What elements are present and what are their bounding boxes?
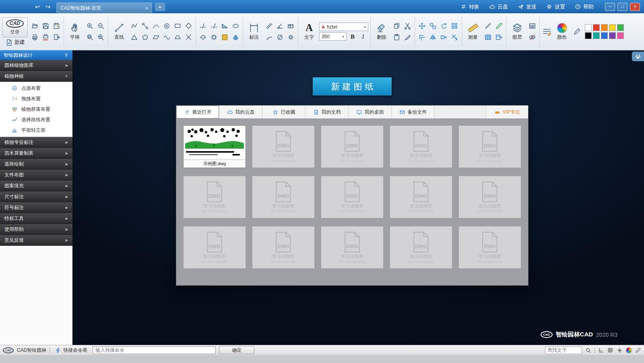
sidebar-item-feedback[interactable]: 意见反馈▶ (0, 235, 72, 246)
file-card-sample[interactable]: 示例图.dwg (184, 126, 246, 168)
layer-tool[interactable]: 图层 (508, 15, 526, 49)
text-size-select[interactable]: 350 ▾ (319, 32, 347, 41)
new-tab-button[interactable]: + (155, 3, 165, 11)
hatch-icon[interactable] (221, 33, 229, 41)
tab-close-icon[interactable]: × (145, 5, 148, 11)
sidebar-item-plant-library[interactable]: 园林植物图库 ▶ (0, 60, 72, 71)
tab-my-desktop[interactable]: 我的桌面 (349, 106, 392, 118)
dimension-tool[interactable]: 标注 (245, 15, 263, 49)
paste-icon[interactable] (393, 33, 400, 41)
sidebar-item-plant-annotation[interactable]: 植物专业标注▶ (0, 137, 72, 148)
sidebar-item-plant-schedule[interactable]: 苗木算量制表▶ (0, 148, 72, 159)
copy-object-icon[interactable] (429, 22, 437, 30)
pin-icon[interactable] (64, 53, 69, 58)
help-button[interactable]: ? 帮助 (570, 0, 599, 13)
ellipse-icon[interactable] (232, 22, 239, 30)
dash-dot-line-icon[interactable] (210, 22, 218, 30)
spline-icon[interactable] (152, 22, 160, 30)
circle-center-icon[interactable] (163, 22, 171, 30)
pen-icon[interactable] (635, 347, 641, 353)
dash-line-icon[interactable] (199, 22, 207, 30)
line-tool[interactable]: 直线 (110, 15, 128, 49)
document-tab[interactable]: CAD智绘园林-首页 × (56, 2, 152, 13)
save-icon[interactable] (42, 22, 50, 30)
aligned-dim-icon[interactable] (265, 22, 273, 30)
trapezoid-icon[interactable] (174, 33, 182, 41)
send-button[interactable]: 发送 (513, 0, 541, 13)
polyline-icon[interactable] (130, 22, 138, 30)
file-card-empty[interactable]: DWG 暂无缩微图 No thumbnails (184, 176, 246, 218)
dim-settings-icon[interactable] (287, 33, 295, 41)
export-table-icon[interactable] (495, 33, 503, 41)
ortho-angle-icon[interactable] (598, 347, 604, 353)
sidebar-item-road-drawing[interactable]: 道路绘制▶ (0, 159, 72, 170)
table-icon[interactable] (484, 33, 492, 41)
pan-tool[interactable]: 平移 (66, 15, 84, 49)
color-swatch[interactable] (601, 32, 608, 39)
search-input[interactable] (545, 346, 582, 354)
zoom-window-icon[interactable] (86, 33, 94, 41)
rotated-rect-icon[interactable] (185, 22, 192, 30)
triangle-icon[interactable] (130, 33, 138, 41)
tab-vip-zone[interactable]: VIP专区 (486, 106, 528, 118)
sidebar-item-dimension[interactable]: 尺寸标注▶ (0, 191, 72, 202)
maximize-button[interactable]: □ (617, 3, 627, 11)
submenu-item-plan-to-elevation[interactable]: 平面转立面 (0, 125, 72, 135)
file-card-empty[interactable]: DWG 暂无缩微图 No thumbnails (459, 126, 521, 168)
array-icon[interactable] (451, 22, 458, 30)
command-input[interactable] (93, 346, 216, 354)
sidebar-item-plant-planting[interactable]: 植物种植 ▼ (0, 71, 72, 82)
file-card-empty[interactable]: DWG 暂无缩微图 No thumbnails (184, 226, 246, 268)
parallelogram-icon[interactable] (152, 33, 160, 41)
submenu-item-cluster-place[interactable]: 植物群落布置 (0, 104, 72, 114)
point-array-icon[interactable] (199, 33, 207, 41)
file-card-empty[interactable]: DWG 暂无缩微图 No thumbnails (321, 126, 383, 168)
layer-list-icon[interactable] (528, 22, 536, 30)
submenu-item-route-place[interactable]: 选择路线布置 (0, 114, 72, 125)
convert-button[interactable]: 转换 (456, 0, 484, 13)
quick-command-button[interactable]: 快捷命令表 (53, 347, 89, 354)
sidebar-item-pattern-fill[interactable]: 图案填充▶ (0, 180, 72, 191)
stretch-icon[interactable] (440, 33, 448, 41)
move-icon[interactable] (418, 22, 426, 30)
wave-icon[interactable] (163, 33, 171, 41)
new-drawing-button[interactable]: 新建图纸 (313, 77, 392, 95)
italic-button[interactable]: I (359, 32, 367, 41)
corner-widget[interactable] (632, 52, 644, 61)
export-icon[interactable] (53, 33, 60, 41)
color-mode-icon[interactable] (626, 347, 632, 353)
file-card-empty[interactable]: DWG 暂无缩微图 No thumbnails (321, 176, 383, 218)
file-card-empty[interactable]: DWG 暂无缩微图 No thumbnails (459, 226, 521, 268)
pdf-print-icon[interactable]: PDF (42, 33, 50, 41)
match-properties-icon[interactable] (404, 33, 411, 41)
color-swatch[interactable] (593, 24, 600, 31)
tab-my-cloud[interactable]: 我的云盘 (219, 106, 262, 118)
scale-measure-icon[interactable] (484, 22, 492, 30)
print-icon[interactable] (31, 33, 39, 41)
zoom-extents-icon[interactable] (97, 33, 105, 41)
font-select[interactable]: A hztxt ▾ (319, 23, 368, 31)
copy-icon[interactable] (393, 22, 400, 30)
cross-lines-icon[interactable] (185, 33, 192, 41)
zoom-in-icon[interactable] (86, 22, 94, 30)
grid-dim-icon[interactable] (287, 22, 295, 30)
rectangle-icon[interactable] (174, 22, 182, 30)
measure-tool[interactable]: 测量 (464, 15, 482, 49)
zoom-out-icon[interactable] (97, 22, 105, 30)
pen-icon[interactable] (573, 28, 581, 35)
color-swatch[interactable] (617, 32, 624, 39)
text-tool[interactable]: A 文字 (300, 15, 318, 49)
file-card-empty[interactable]: DWG 暂无缩微图 No thumbnails (252, 226, 314, 268)
color-swatch[interactable] (585, 32, 592, 39)
trim-icon[interactable] (451, 33, 458, 41)
sidebar-item-symbol-annotation[interactable]: 符号标注▶ (0, 202, 72, 213)
back-icon[interactable]: ↩ (33, 3, 42, 10)
linetype-list-icon[interactable] (542, 27, 552, 37)
color-swatch[interactable] (601, 24, 608, 31)
angular-dim-icon[interactable] (276, 22, 284, 30)
color-swatch[interactable] (617, 24, 624, 31)
file-card-empty[interactable]: DWG 暂无缩微图 No thumbnails (390, 126, 452, 168)
marker-pen-icon[interactable] (495, 22, 503, 30)
submenu-item-point-place[interactable]: 点选布置 (0, 83, 72, 93)
color-swatch[interactable] (609, 32, 616, 39)
